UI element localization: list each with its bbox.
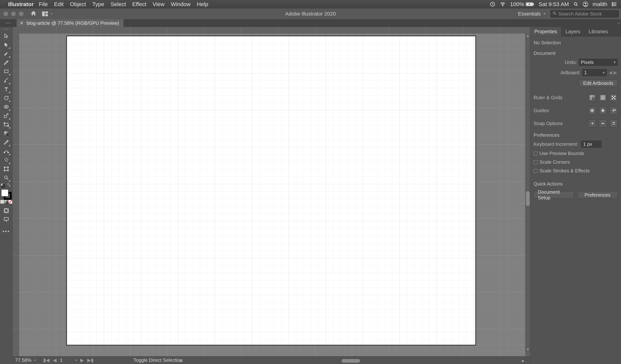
blend-tool[interactable] — [2, 147, 11, 156]
menu-select[interactable]: Select — [110, 1, 126, 7]
curvature-tool[interactable] — [2, 58, 11, 67]
width-tool[interactable] — [2, 120, 11, 129]
prev-artboard-button[interactable]: ◀ — [52, 357, 58, 363]
artboard-tool[interactable] — [2, 165, 11, 173]
color-mode-solid[interactable] — [0, 200, 4, 204]
adobe-stock-search[interactable]: Search Adobe Stock — [551, 10, 619, 17]
eyedropper-tool[interactable] — [2, 138, 11, 147]
keyboard-increment-input[interactable]: 1 px — [581, 141, 601, 148]
window-minimize-button[interactable] — [11, 12, 16, 16]
next-artboard-button[interactable]: ▶ — [79, 357, 85, 363]
vertical-ruler[interactable] — [13, 34, 19, 351]
user-avatar-icon[interactable] — [583, 2, 588, 7]
scale-strokes-row[interactable]: Scale Strokes & Effects — [534, 168, 618, 174]
preferences-button[interactable]: Preferences — [577, 191, 618, 199]
show-guides-icon[interactable] — [588, 106, 596, 115]
direct-selection-tool[interactable] — [2, 40, 11, 49]
zoom-tool[interactable] — [2, 173, 11, 182]
spotlight-icon[interactable] — [573, 2, 579, 7]
shape-builder-tool[interactable] — [2, 102, 11, 111]
tab-libraries[interactable]: Libraries — [585, 27, 612, 36]
workspace-switcher[interactable]: Essentials — [516, 10, 548, 17]
artboard-number[interactable]: 1 — [59, 357, 73, 363]
snap-to-point-icon[interactable] — [599, 119, 607, 128]
checkbox-icon[interactable] — [534, 160, 538, 164]
toggle-grid-icon[interactable] — [599, 94, 607, 102]
selection-tool[interactable] — [2, 32, 11, 40]
scroll-left-icon[interactable]: ◀ — [179, 359, 181, 363]
smart-guides-icon[interactable] — [610, 106, 618, 115]
horizontal-ruler[interactable] — [19, 27, 525, 34]
swap-fill-stroke-icon[interactable] — [7, 182, 11, 188]
units-dropdown[interactable]: Pixels ▾ — [579, 59, 618, 66]
battery-status[interactable]: 100% — [510, 1, 534, 7]
snap-to-pixel-icon[interactable] — [588, 119, 596, 128]
toolbox-grip[interactable]: •••• — [4, 28, 9, 31]
username[interactable]: malith — [592, 1, 607, 7]
rotate-tool[interactable] — [2, 94, 11, 102]
menu-object[interactable]: Object — [70, 1, 86, 7]
menu-file[interactable]: File — [39, 1, 48, 7]
window-zoom-button[interactable] — [19, 12, 24, 16]
edit-toolbar-button[interactable]: ••• — [2, 228, 10, 234]
clock[interactable]: Sat 9:53 AM — [539, 1, 569, 7]
tab-properties[interactable]: Properties — [530, 27, 561, 36]
menu-view[interactable]: View — [153, 1, 165, 7]
scroll-right-icon[interactable]: ▶ — [522, 359, 524, 363]
menu-help[interactable]: Help — [197, 1, 208, 7]
paintbrush-tool[interactable] — [2, 76, 11, 85]
type-tool[interactable] — [2, 85, 11, 94]
expand-panels-icon[interactable]: » — [618, 21, 620, 25]
fill-swatch[interactable] — [1, 189, 8, 197]
gradient-tool[interactable] — [2, 129, 11, 138]
artboard[interactable] — [67, 36, 475, 345]
pen-tool[interactable] — [2, 49, 11, 58]
document-tab[interactable]: ✕ blog-article @ 77.58% (RGB/GPU Preview… — [17, 19, 123, 27]
edit-artboards-button[interactable]: Edit Artboards — [579, 80, 618, 87]
scale-tool[interactable] — [2, 111, 11, 120]
arrange-documents-icon[interactable] — [42, 12, 53, 16]
menu-effect[interactable]: Effect — [132, 1, 146, 7]
ruler-origin[interactable] — [13, 27, 19, 34]
chevron-down-icon[interactable] — [75, 359, 78, 362]
vscroll-thumb[interactable] — [526, 191, 530, 206]
fill-stroke-swatch[interactable] — [0, 189, 13, 199]
time-machine-icon[interactable] — [490, 1, 495, 7]
scroll-up-icon[interactable]: ▲ — [525, 34, 530, 38]
symbol-sprayer-tool[interactable] — [2, 156, 11, 165]
scroll-down-icon[interactable]: ▼ — [525, 347, 530, 351]
wifi-icon[interactable] — [500, 1, 506, 7]
checkbox-icon[interactable] — [534, 151, 538, 156]
artboard-dropdown[interactable]: 1 ▾ — [582, 69, 607, 76]
document-setup-button[interactable]: Document Setup — [534, 191, 574, 199]
last-artboard-button[interactable]: ▶▮ — [86, 357, 95, 363]
lock-guides-icon[interactable] — [599, 106, 607, 115]
tabbar-grip[interactable]: •••• — [0, 19, 17, 27]
use-preview-bounds-row[interactable]: Use Preview Bounds — [534, 150, 618, 156]
tab-layers[interactable]: Layers — [561, 27, 585, 36]
canvas-viewport[interactable] — [19, 34, 525, 356]
window-close-button[interactable] — [3, 12, 8, 16]
app-name[interactable]: Illustrator — [8, 1, 34, 7]
checkbox-icon[interactable] — [534, 169, 538, 173]
horizontal-scrollbar[interactable]: ◀ ▶ — [179, 359, 524, 363]
draw-mode-button[interactable] — [2, 207, 10, 214]
zoom-level-dropdown[interactable]: 77.58% — [13, 356, 40, 364]
vertical-scrollbar[interactable]: ▲ ▼ — [525, 34, 530, 351]
toggle-transparency-grid-icon[interactable] — [610, 94, 618, 102]
toggle-rulers-icon[interactable] — [588, 94, 596, 102]
menu-window[interactable]: Window — [171, 1, 190, 7]
rectangle-tool[interactable] — [2, 67, 11, 76]
hscroll-thumb[interactable] — [342, 359, 360, 363]
snap-to-grid-icon[interactable] — [610, 119, 618, 128]
prev-artboard-icon[interactable]: ◀ — [608, 70, 613, 75]
screen-mode-button[interactable] — [2, 215, 10, 223]
first-artboard-button[interactable]: ▮◀ — [42, 357, 51, 363]
default-fill-stroke-icon[interactable] — [1, 183, 5, 189]
color-mode-gradient[interactable] — [4, 200, 8, 204]
menu-edit[interactable]: Edit — [54, 1, 64, 7]
color-mode-none[interactable] — [8, 200, 12, 204]
close-tab-icon[interactable]: ✕ — [20, 20, 24, 26]
menu-type[interactable]: Type — [92, 1, 104, 7]
menubar-list-icon[interactable] — [612, 1, 617, 7]
